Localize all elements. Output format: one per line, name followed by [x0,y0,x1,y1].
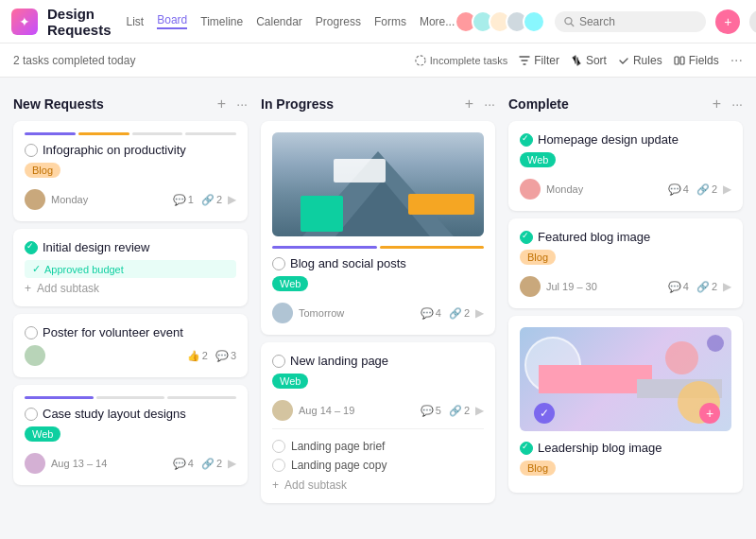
more-options-button[interactable]: ··· [730,53,743,68]
help-button[interactable]: ? [749,9,756,34]
progress-bar-purple [272,246,377,249]
tag-web[interactable]: Web [272,374,308,389]
card-avatar [25,189,45,210]
tag-blog[interactable]: Blog [520,250,556,265]
search-input[interactable] [579,15,696,28]
check-circle: ✓ [534,403,555,424]
column-more-button[interactable]: ··· [484,96,495,112]
pink-bar [539,365,652,393]
expand-button[interactable]: ▶ [723,280,731,293]
add-button[interactable]: + [715,9,740,34]
attachment-count: 🔗 2 [449,405,470,417]
card-footer: Aug 14 – 19 💬 5 🔗 2 ▶ [272,400,484,421]
card-date: Tomorrow [299,307,415,319]
tag-web[interactable]: Web [520,152,556,167]
circle-dashed-icon [415,55,426,66]
circle-red [665,341,698,374]
progress-bar-yellow [380,246,485,249]
subtask-status-icon [272,459,285,472]
expand-button[interactable]: ▶ [228,457,236,470]
comment-count: 💬 1 [173,194,194,206]
column-in-progress: In Progress + ··· Blog and social p [261,91,495,511]
card-meta: 💬 4 🔗 2 [173,458,222,470]
subtask-status-icon [272,440,285,453]
progress-bar-gray [132,132,183,135]
nav-board[interactable]: Board [157,13,187,29]
nav-more[interactable]: More... [420,15,455,28]
task-completed-icon [25,241,38,254]
column-new-requests: New Requests + ··· Infographic on produc… [13,91,248,493]
task-status-icon [272,355,285,368]
card-title: New landing page [272,354,484,368]
card-homepage: Homepage design update Web Monday 💬 4 🔗 … [508,121,743,211]
card-title: Poster for volunteer event [25,325,236,339]
colorful-image: ✓ + [520,327,731,431]
card-date: Monday [546,183,662,195]
card-footer: Jul 19 – 30 💬 4 🔗 2 ▶ [520,276,731,297]
comment-count: 💬 4 [173,458,194,470]
card-footer: 👍 2 💬 3 [25,345,236,366]
expand-button[interactable]: ▶ [723,183,731,196]
progress-bar-gray [167,396,236,399]
column-more-button[interactable]: ··· [236,96,248,112]
column-add-button[interactable]: + [212,95,231,113]
tag-blog[interactable]: Blog [25,163,60,178]
svg-rect-4 [680,57,684,64]
card-avatar [272,303,293,323]
attachment-count: 🔗 2 [696,281,717,293]
card-title: Case study layout designs [25,407,236,421]
tag-blog[interactable]: Blog [520,461,556,476]
card-title: Homepage design update [520,132,731,147]
add-subtask-button[interactable]: + Add subtask [272,475,484,492]
tag-web[interactable]: Web [272,276,308,291]
expand-button[interactable]: ▶ [475,404,484,417]
topbar: Design Requests List Board Timeline Cale… [0,0,756,43]
nav-progress[interactable]: Progress [316,15,361,28]
card-avatar [25,453,45,474]
attachment-count: 🔗 2 [201,458,222,470]
tag-web[interactable]: Web [25,426,60,442]
card-meta: 💬 4 🔗 2 [668,281,717,293]
fields-button[interactable]: Fields [674,54,719,67]
svg-point-2 [416,55,425,64]
expand-button[interactable]: ▶ [475,306,484,320]
card-leadership: ✓ + Leadership blog image Blog [508,316,743,493]
search-bar[interactable] [555,11,706,32]
add-subtask-button[interactable]: + Add subtask [25,278,236,295]
nav-timeline[interactable]: Timeline [200,15,243,28]
card-case-study: Case study layout designs Web Aug 13 – 1… [13,385,248,485]
sort-button[interactable]: Sort [571,54,607,67]
expand-button[interactable]: ▶ [228,193,236,206]
card-meta: 💬 4 🔗 2 [668,183,717,196]
card-landing-page: New landing page Web Aug 14 – 19 💬 5 🔗 2… [261,342,495,503]
filter-button[interactable]: Filter [519,54,559,67]
progress-bars [25,132,236,135]
comment-count: 💬 4 [421,307,441,320]
card-footer: Monday 💬 1 🔗 2 ▶ [25,189,236,210]
card-date: Monday [51,194,167,205]
board: New Requests + ··· Infographic on produc… [0,78,756,539]
nav-calendar[interactable]: Calendar [256,15,302,28]
plus-circle: + [699,403,720,424]
card-footer: Monday 💬 4 🔗 2 ▶ [520,179,731,200]
progress-bars [272,246,484,249]
comment-count: 💬 4 [668,183,689,196]
card-featured-blog: Featured blog image Blog Jul 19 – 30 💬 4… [508,218,743,308]
attachment-count: 🔗 2 [449,307,470,320]
card-avatar [520,276,541,297]
card-infographic: Infographic on productivity Blog Monday … [13,121,248,221]
column-header: New Requests + ··· [13,91,248,121]
nav-list[interactable]: List [127,15,145,28]
app-icon [11,9,38,35]
column-add-button[interactable]: + [707,95,726,113]
svg-rect-3 [675,57,679,64]
card-footer: Aug 13 – 14 💬 4 🔗 2 ▶ [25,453,236,474]
subbar-actions: Incomplete tasks Filter Sort Rules Field… [415,53,743,68]
nav-forms[interactable]: Forms [374,15,406,28]
card-title: Featured blog image [520,230,731,244]
approved-badge: ✓ Approved budget [25,260,236,278]
column-add-button[interactable]: + [459,95,478,113]
incomplete-tasks-filter[interactable]: Incomplete tasks [415,55,508,66]
rules-button[interactable]: Rules [618,54,662,67]
column-more-button[interactable]: ··· [731,96,743,112]
